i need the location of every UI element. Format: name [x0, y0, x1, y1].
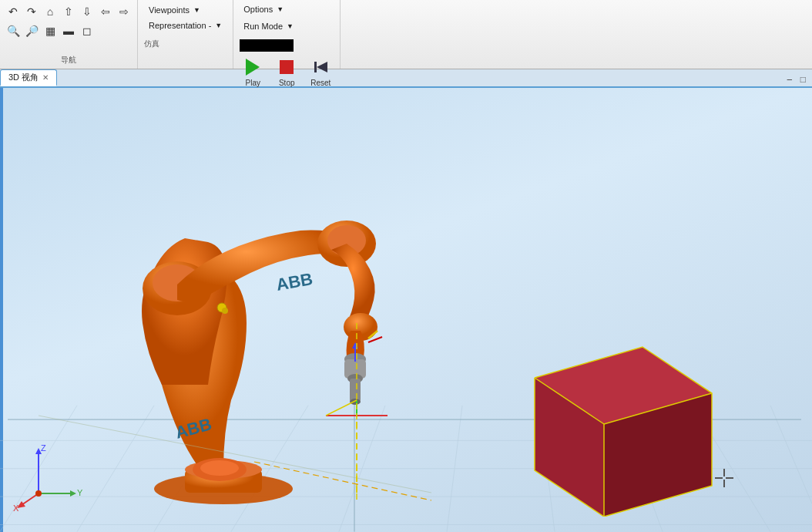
nav-icon-6[interactable]: ⇦: [97, 3, 114, 20]
svg-point-63: [35, 490, 42, 497]
svg-text:ABB: ABB: [275, 269, 314, 295]
runmode-label: Run Mode: [243, 22, 283, 31]
reset-icon: [310, 56, 331, 79]
reset-button[interactable]: Reset: [307, 53, 334, 89]
reset-label: Reset: [310, 79, 331, 87]
svg-line-44: [326, 400, 357, 416]
svg-marker-1: [317, 62, 327, 72]
svg-line-15: [770, 406, 812, 503]
tab-3dview-close[interactable]: ✕: [42, 73, 49, 82]
nav-icon-2[interactable]: ↷: [23, 3, 40, 20]
runmode-dropdown[interactable]: Run Mode ▼: [240, 20, 334, 32]
stop-label: Stop: [279, 79, 295, 87]
nav-icon-12[interactable]: ◻: [79, 22, 96, 39]
nav-icon-5[interactable]: ⇩: [79, 3, 96, 20]
svg-point-40: [222, 308, 228, 314]
runmode-chevron-icon: ▼: [287, 22, 294, 30]
nav-icon-3[interactable]: ⌂: [42, 3, 59, 20]
options-dropdown[interactable]: Options ▼: [240, 3, 334, 15]
box-3d: [473, 332, 720, 517]
viewport-3d[interactable]: ABB ABB Z: [0, 88, 812, 532]
representation-label: Representation -: [149, 21, 211, 30]
svg-text:Y: Y: [77, 488, 83, 497]
nav-icon-10[interactable]: ▦: [42, 22, 59, 39]
nav-icon-4[interactable]: ⇧: [60, 3, 77, 20]
stop-icon: [276, 56, 297, 79]
crosshair-cursor: [713, 467, 735, 493]
viewpoints-dropdown[interactable]: Viewpoints ▼: [144, 3, 226, 17]
run-mode-color-bar: [240, 39, 294, 52]
play-button[interactable]: Play: [240, 53, 266, 89]
viewpoints-section: Viewpoints ▼ Representation - ▼ 仿真: [138, 0, 233, 69]
nav-icon-1[interactable]: ↶: [5, 3, 22, 20]
tab-3dview-label: 3D 视角: [8, 72, 39, 83]
coordinate-axes: Z Y X: [12, 443, 89, 513]
tab-bar-controls: ‒ □: [783, 72, 812, 86]
toolbar: ↶ ↷ ⌂ ⇧ ⇩ ⇦ ⇨ 🔍 🔎 ▦ ▬ ◻ 导航 Viewpoints ▼ …: [0, 0, 812, 69]
svg-point-22: [200, 460, 239, 476]
svg-rect-0: [314, 62, 317, 72]
nav-section: ↶ ↷ ⌂ ⇧ ⇩ ⇦ ⇨ 🔍 🔎 ▦ ▬ ◻ 导航: [0, 0, 138, 69]
nav-icon-7[interactable]: ⇨: [116, 3, 133, 20]
options-chevron-icon: ▼: [277, 5, 284, 13]
svg-text:Z: Z: [41, 443, 46, 453]
tab-restore-icon[interactable]: □: [797, 72, 809, 86]
nav-icon-11[interactable]: ▬: [60, 22, 77, 39]
nav-section-label: 导航: [5, 55, 133, 66]
viewpoints-section-label: 仿真: [144, 37, 226, 49]
stop-button[interactable]: Stop: [273, 53, 300, 89]
tab-bar: 3D 视角 ✕ ‒ □: [0, 69, 812, 88]
svg-line-11: [447, 406, 462, 532]
simulation-section: Options ▼ Run Mode ▼ Play: [233, 0, 341, 69]
representation-chevron-icon: ▼: [215, 22, 222, 29]
svg-text:X: X: [13, 503, 19, 513]
viewpoints-chevron-icon: ▼: [193, 6, 200, 14]
tab-3dview[interactable]: 3D 视角 ✕: [0, 69, 57, 86]
play-label: Play: [246, 79, 260, 87]
play-icon: [242, 56, 263, 79]
svg-marker-58: [70, 490, 76, 497]
representation-dropdown[interactable]: Representation - ▼: [144, 19, 226, 32]
options-label: Options: [243, 5, 273, 14]
tab-minimize-icon[interactable]: ‒: [783, 72, 796, 86]
svg-rect-31: [350, 379, 361, 402]
svg-point-32: [350, 399, 361, 405]
nav-icon-9[interactable]: 🔎: [23, 22, 40, 39]
nav-icon-8[interactable]: 🔍: [5, 22, 22, 39]
viewpoints-label: Viewpoints: [149, 5, 190, 15]
